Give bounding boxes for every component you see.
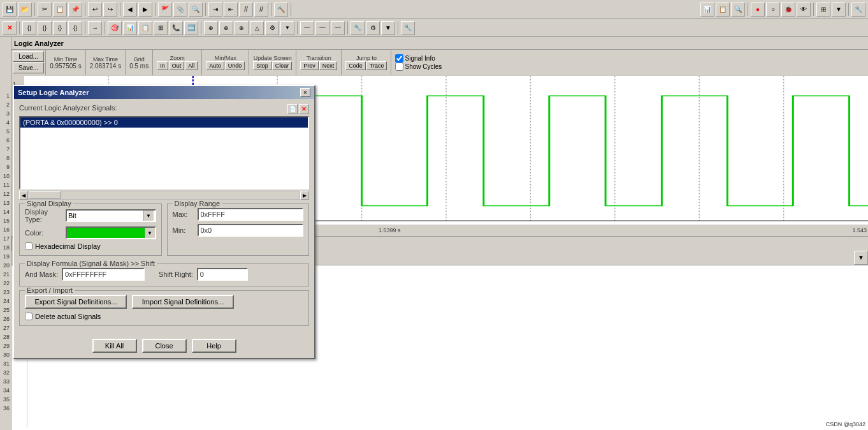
zoom-all-button[interactable]: All [185, 61, 198, 70]
t2-target[interactable]: 🎯 [108, 21, 122, 35]
minmax-section: Min/Max Auto Undo [202, 50, 249, 75]
t2-wave[interactable]: 〰 [300, 21, 314, 35]
redo-btn[interactable]: ↪ [103, 3, 117, 17]
t2-tool2[interactable]: ⊕ [219, 21, 233, 35]
jump-trace-button[interactable]: Trace [366, 61, 387, 70]
t2-tool3[interactable]: ⊕ [235, 21, 249, 35]
t2-tool5[interactable]: ⚙ [265, 21, 279, 35]
t2-call[interactable]: 📞 [169, 21, 183, 35]
t2-watch[interactable]: ⊞ [154, 21, 168, 35]
jump-code-button[interactable]: Code [345, 61, 366, 70]
update-screen-section: Update Screen Stop Clear [249, 50, 296, 75]
t2-dd[interactable]: ▼ [381, 21, 395, 35]
export-signal-definitions-button[interactable]: Export Signal Definitions... [25, 295, 127, 309]
color-arrow[interactable]: ▼ [145, 228, 155, 238]
settings-btn[interactable]: 🔧 [851, 3, 865, 17]
memory-btn[interactable]: 📊 [700, 3, 714, 17]
save-button[interactable]: Save... [13, 63, 44, 73]
sep7 [291, 3, 291, 16]
view-btn[interactable]: ⊞ [816, 3, 830, 17]
delete-signals-checkbox[interactable] [25, 313, 33, 320]
uncomment-btn[interactable]: // [254, 3, 268, 17]
signal-item-0[interactable]: (PORTA & 0x000000000) >> 0 [20, 117, 308, 128]
scroll-thumb[interactable] [29, 191, 61, 199]
outdent-btn[interactable]: ⇤ [224, 3, 238, 17]
t2-tool1[interactable]: ⊕ [204, 21, 218, 35]
show-cycles-checkbox[interactable] [395, 63, 403, 71]
dialog-close-footer-button[interactable]: Close [142, 339, 187, 353]
toolbar-1: 💾 📂 ✂ 📋 📌 ↩ ↪ ◀ ▶ 🚩 📎 🔍 ⇥ ⇤ // // 🔨 📊 📋 … [0, 0, 868, 19]
watch-btn[interactable]: 👁 [797, 3, 811, 17]
back-btn[interactable]: ◀ [123, 3, 137, 17]
find-btn[interactable]: 🔍 [189, 3, 203, 17]
display-type-arrow[interactable]: ▼ [143, 211, 154, 221]
kill-all-button[interactable]: Kill All [92, 339, 137, 353]
t2-wave3[interactable]: 〰 [331, 21, 345, 35]
save-btn[interactable]: 💾 [3, 3, 17, 17]
build-btn[interactable]: 🔨 [274, 3, 288, 17]
t2-locals[interactable]: 🔤 [184, 21, 198, 35]
t2-settings3[interactable]: ⚙ [366, 21, 380, 35]
t2-tool5b[interactable]: ▼ [280, 21, 294, 35]
stop2-btn[interactable]: ○ [766, 3, 780, 17]
min-input[interactable] [198, 224, 304, 237]
zoom-out-button[interactable]: Out [169, 61, 185, 70]
transition-prev-button[interactable]: Prev [300, 61, 319, 70]
hex-display-checkbox[interactable] [25, 242, 33, 250]
signals-listbox[interactable]: (PORTA & 0x000000000) >> 0 [19, 116, 309, 189]
signal-scrollbar[interactable]: ◀ ▶ [19, 191, 309, 200]
import-signal-definitions-button[interactable]: Import Signal Definitions... [132, 295, 234, 309]
display-type-combo[interactable]: Bit ▼ [66, 209, 156, 222]
t2-brk2[interactable]: {} [38, 21, 52, 35]
bookmark-btn[interactable]: 🚩 [158, 3, 172, 17]
t2-reg[interactable]: 📋 [138, 21, 152, 35]
and-mask-input[interactable] [62, 268, 145, 281]
update-clear-button[interactable]: Clear [272, 61, 293, 70]
help-button[interactable]: Help [192, 339, 236, 353]
find2-btn[interactable]: 🔍 [731, 3, 745, 17]
t2-tool4[interactable]: △ [250, 21, 264, 35]
scroll-right-btn[interactable]: ▶ [300, 191, 309, 200]
cut-btn[interactable]: ✂ [38, 3, 52, 17]
t2-brk1[interactable]: {} [22, 21, 36, 35]
signal-info-checkbox[interactable] [395, 54, 403, 63]
dialog-close-button[interactable]: × [300, 88, 310, 97]
scroll-track[interactable] [28, 191, 300, 200]
minmax-undo-button[interactable]: Undo [225, 61, 245, 70]
new-signal-icon[interactable]: 📄 [287, 104, 298, 114]
paste-btn[interactable]: 📌 [68, 3, 82, 17]
t2-settings2[interactable]: 🔧 [351, 21, 365, 35]
minmax-auto-button[interactable]: Auto [206, 61, 224, 70]
open-btn[interactable]: 📂 [18, 3, 32, 17]
export-import-section: Export / Import Export Signal Definition… [19, 290, 309, 326]
undo-btn[interactable]: ↩ [88, 3, 102, 17]
load-button[interactable]: Load... [13, 51, 44, 62]
t2-settings4[interactable]: 🔧 [401, 21, 415, 35]
max-input[interactable] [198, 208, 304, 221]
time-marker-2: 1.543 [852, 227, 867, 234]
debug-btn[interactable]: 🐞 [781, 3, 795, 17]
delete-signal-icon[interactable]: ✕ [299, 104, 309, 114]
zoom-in-button[interactable]: In [157, 61, 168, 70]
forward-btn[interactable]: ▶ [138, 3, 152, 17]
file-tab-scroll-right[interactable]: ▼ [854, 251, 868, 265]
indent-btn[interactable]: ⇥ [208, 3, 222, 17]
jump-to-buttons: Code Trace [345, 61, 387, 70]
view-dd-btn[interactable]: ▼ [832, 3, 846, 17]
t2-run-cursor[interactable]: → [88, 21, 102, 35]
record-btn[interactable]: ● [751, 3, 765, 17]
t2-mem[interactable]: 📊 [123, 21, 137, 35]
copy-btn[interactable]: 📋 [53, 3, 67, 17]
t2-stop-btn[interactable]: ✕ [3, 21, 17, 35]
registers-btn[interactable]: 📋 [716, 3, 730, 17]
bookmarks-btn[interactable]: 📎 [173, 3, 187, 17]
shift-right-input[interactable] [197, 268, 248, 281]
color-swatch[interactable]: ▼ [66, 226, 156, 239]
t2-brk3[interactable]: {} [53, 21, 67, 35]
t2-wave2[interactable]: 〰 [315, 21, 329, 35]
transition-next-button[interactable]: Next [319, 61, 338, 70]
scroll-left-btn[interactable]: ◀ [19, 191, 28, 200]
update-stop-button[interactable]: Stop [253, 61, 271, 70]
comment-btn[interactable]: // [239, 3, 253, 17]
t2-brk4[interactable]: {} [68, 21, 82, 35]
